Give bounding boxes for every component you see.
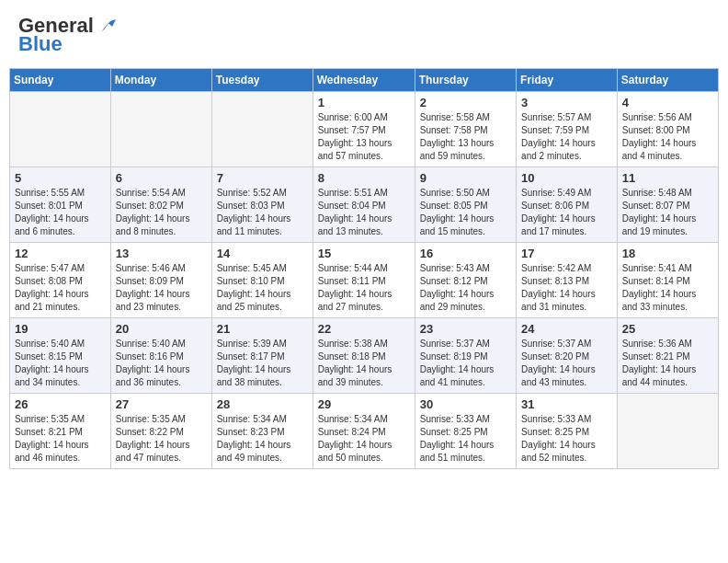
calendar-cell — [110, 92, 211, 167]
calendar-week-3: 12Sunrise: 5:47 AM Sunset: 8:08 PM Dayli… — [10, 243, 719, 318]
day-info: Sunrise: 5:41 AM Sunset: 8:14 PM Dayligh… — [622, 262, 713, 314]
calendar-cell: 15Sunrise: 5:44 AM Sunset: 8:11 PM Dayli… — [313, 243, 415, 318]
calendar-week-5: 26Sunrise: 5:35 AM Sunset: 8:21 PM Dayli… — [10, 394, 719, 469]
day-header-saturday: Saturday — [617, 69, 718, 92]
day-info: Sunrise: 5:36 AM Sunset: 8:21 PM Dayligh… — [622, 338, 713, 389]
calendar-cell: 23Sunrise: 5:37 AM Sunset: 8:19 PM Dayli… — [415, 318, 516, 394]
calendar-cell: 20Sunrise: 5:40 AM Sunset: 8:16 PM Dayli… — [110, 318, 211, 394]
day-number: 13 — [116, 247, 207, 260]
calendar-cell: 24Sunrise: 5:37 AM Sunset: 8:20 PM Dayli… — [517, 318, 618, 394]
day-number: 10 — [521, 171, 612, 185]
svg-marker-1 — [101, 23, 108, 32]
calendar-cell: 13Sunrise: 5:46 AM Sunset: 8:09 PM Dayli… — [110, 243, 211, 318]
header: General Blue — [9, 9, 719, 61]
calendar-cell: 21Sunrise: 5:39 AM Sunset: 8:17 PM Dayli… — [211, 318, 313, 394]
day-info: Sunrise: 5:33 AM Sunset: 8:25 PM Dayligh… — [521, 413, 612, 465]
day-number: 25 — [622, 322, 713, 336]
calendar-cell: 31Sunrise: 5:33 AM Sunset: 8:25 PM Dayli… — [517, 394, 618, 469]
calendar-cell: 17Sunrise: 5:42 AM Sunset: 8:13 PM Dayli… — [517, 243, 618, 318]
calendar-cell: 11Sunrise: 5:48 AM Sunset: 8:07 PM Dayli… — [617, 167, 718, 243]
day-number: 3 — [521, 96, 612, 109]
day-info: Sunrise: 5:39 AM Sunset: 8:17 PM Dayligh… — [217, 338, 308, 389]
calendar-cell: 1Sunrise: 6:00 AM Sunset: 7:57 PM Daylig… — [313, 92, 415, 167]
logo: General Blue — [18, 14, 116, 56]
day-number: 28 — [217, 397, 308, 411]
day-number: 11 — [622, 171, 713, 185]
calendar-cell: 30Sunrise: 5:33 AM Sunset: 8:25 PM Dayli… — [415, 394, 516, 469]
day-info: Sunrise: 5:56 AM Sunset: 8:00 PM Dayligh… — [622, 111, 713, 163]
day-number: 16 — [420, 247, 511, 260]
day-number: 26 — [15, 397, 106, 411]
day-info: Sunrise: 5:43 AM Sunset: 8:12 PM Dayligh… — [420, 262, 511, 314]
calendar-cell: 25Sunrise: 5:36 AM Sunset: 8:21 PM Dayli… — [617, 318, 718, 394]
calendar-cell: 7Sunrise: 5:52 AM Sunset: 8:03 PM Daylig… — [211, 167, 313, 243]
calendar-cell: 12Sunrise: 5:47 AM Sunset: 8:08 PM Dayli… — [10, 243, 111, 318]
calendar-cell: 14Sunrise: 5:45 AM Sunset: 8:10 PM Dayli… — [211, 243, 313, 318]
calendar-cell: 18Sunrise: 5:41 AM Sunset: 8:14 PM Dayli… — [617, 243, 718, 318]
calendar-week-2: 5Sunrise: 5:55 AM Sunset: 8:01 PM Daylig… — [10, 167, 719, 243]
day-info: Sunrise: 6:00 AM Sunset: 7:57 PM Dayligh… — [318, 111, 410, 163]
calendar-cell: 9Sunrise: 5:50 AM Sunset: 8:05 PM Daylig… — [415, 167, 516, 243]
svg-marker-0 — [101, 19, 116, 32]
day-info: Sunrise: 5:38 AM Sunset: 8:18 PM Dayligh… — [318, 338, 410, 389]
day-header-sunday: Sunday — [10, 69, 111, 92]
day-info: Sunrise: 5:40 AM Sunset: 8:16 PM Dayligh… — [116, 338, 207, 389]
day-info: Sunrise: 5:34 AM Sunset: 8:24 PM Dayligh… — [318, 413, 410, 465]
day-info: Sunrise: 5:52 AM Sunset: 8:03 PM Dayligh… — [217, 187, 308, 238]
day-number: 4 — [622, 96, 713, 109]
day-number: 30 — [420, 397, 511, 411]
calendar-week-4: 19Sunrise: 5:40 AM Sunset: 8:15 PM Dayli… — [10, 318, 719, 394]
day-number: 19 — [15, 322, 106, 336]
day-number: 12 — [15, 247, 106, 260]
calendar-cell: 27Sunrise: 5:35 AM Sunset: 8:22 PM Dayli… — [110, 394, 211, 469]
day-header-thursday: Thursday — [415, 69, 516, 92]
day-number: 29 — [318, 397, 410, 411]
calendar-cell: 8Sunrise: 5:51 AM Sunset: 8:04 PM Daylig… — [313, 167, 415, 243]
day-number: 20 — [116, 322, 207, 336]
calendar-cell: 6Sunrise: 5:54 AM Sunset: 8:02 PM Daylig… — [110, 167, 211, 243]
calendar: SundayMondayTuesdayWednesdayThursdayFrid… — [9, 68, 719, 469]
day-info: Sunrise: 5:54 AM Sunset: 8:02 PM Dayligh… — [116, 187, 207, 238]
calendar-cell: 19Sunrise: 5:40 AM Sunset: 8:15 PM Dayli… — [10, 318, 111, 394]
day-info: Sunrise: 5:35 AM Sunset: 8:22 PM Dayligh… — [116, 413, 207, 465]
calendar-cell: 26Sunrise: 5:35 AM Sunset: 8:21 PM Dayli… — [10, 394, 111, 469]
day-info: Sunrise: 5:51 AM Sunset: 8:04 PM Dayligh… — [318, 187, 410, 238]
calendar-week-1: 1Sunrise: 6:00 AM Sunset: 7:57 PM Daylig… — [10, 92, 719, 167]
day-info: Sunrise: 5:47 AM Sunset: 8:08 PM Dayligh… — [15, 262, 106, 314]
day-info: Sunrise: 5:55 AM Sunset: 8:01 PM Dayligh… — [15, 187, 106, 238]
day-info: Sunrise: 5:37 AM Sunset: 8:19 PM Dayligh… — [420, 338, 511, 389]
day-header-monday: Monday — [110, 69, 211, 92]
day-number: 23 — [420, 322, 511, 336]
calendar-cell: 28Sunrise: 5:34 AM Sunset: 8:23 PM Dayli… — [211, 394, 313, 469]
day-number: 31 — [521, 397, 612, 411]
day-number: 22 — [318, 322, 410, 336]
day-number: 17 — [521, 247, 612, 260]
day-number: 8 — [318, 171, 410, 185]
day-info: Sunrise: 5:57 AM Sunset: 7:59 PM Dayligh… — [521, 111, 612, 163]
day-header-wednesday: Wednesday — [313, 69, 415, 92]
day-info: Sunrise: 5:44 AM Sunset: 8:11 PM Dayligh… — [318, 262, 410, 314]
day-header-tuesday: Tuesday — [211, 69, 313, 92]
day-number: 1 — [318, 96, 410, 109]
day-info: Sunrise: 5:48 AM Sunset: 8:07 PM Dayligh… — [622, 187, 713, 238]
calendar-cell: 4Sunrise: 5:56 AM Sunset: 8:00 PM Daylig… — [617, 92, 718, 167]
day-number: 15 — [318, 247, 410, 260]
day-number: 6 — [116, 171, 207, 185]
day-number: 5 — [15, 171, 106, 185]
day-number: 18 — [622, 247, 713, 260]
calendar-cell: 29Sunrise: 5:34 AM Sunset: 8:24 PM Dayli… — [313, 394, 415, 469]
calendar-cell — [10, 92, 111, 167]
day-info: Sunrise: 5:58 AM Sunset: 7:58 PM Dayligh… — [420, 111, 511, 163]
day-info: Sunrise: 5:37 AM Sunset: 8:20 PM Dayligh… — [521, 338, 612, 389]
calendar-cell — [211, 92, 313, 167]
day-info: Sunrise: 5:42 AM Sunset: 8:13 PM Dayligh… — [521, 262, 612, 314]
calendar-cell: 5Sunrise: 5:55 AM Sunset: 8:01 PM Daylig… — [10, 167, 111, 243]
day-number: 27 — [116, 397, 207, 411]
calendar-cell: 22Sunrise: 5:38 AM Sunset: 8:18 PM Dayli… — [313, 318, 415, 394]
calendar-cell — [617, 394, 718, 469]
day-header-friday: Friday — [517, 69, 618, 92]
day-info: Sunrise: 5:35 AM Sunset: 8:21 PM Dayligh… — [15, 413, 106, 465]
day-number: 9 — [420, 171, 511, 185]
day-number: 24 — [521, 322, 612, 336]
day-info: Sunrise: 5:34 AM Sunset: 8:23 PM Dayligh… — [217, 413, 308, 465]
